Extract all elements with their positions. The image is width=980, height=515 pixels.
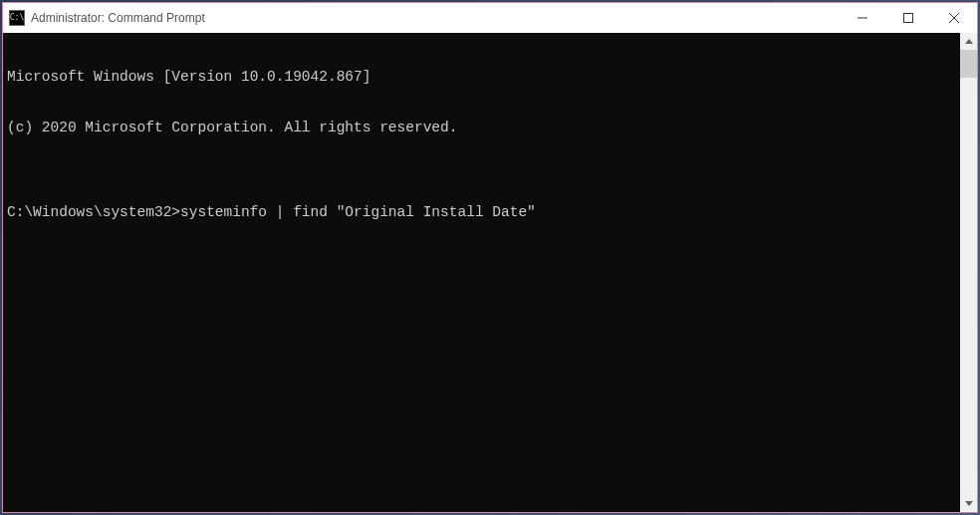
console-line: Microsoft Windows [Version 10.0.19042.86… (7, 69, 960, 86)
close-button[interactable] (931, 3, 977, 33)
console-output[interactable]: Microsoft Windows [Version 10.0.19042.86… (3, 33, 960, 512)
console-line: C:\Windows\system32>systeminfo | find "O… (7, 204, 960, 221)
scroll-up-arrow-icon[interactable] (960, 33, 977, 50)
scroll-down-arrow-icon[interactable] (960, 495, 977, 512)
console-area: Microsoft Windows [Version 10.0.19042.86… (3, 33, 977, 512)
svg-rect-1 (904, 14, 913, 23)
console-line: (c) 2020 Microsoft Corporation. All righ… (7, 120, 960, 136)
window-title: Administrator: Command Prompt (31, 11, 205, 25)
maximize-button[interactable] (885, 3, 931, 33)
command-prompt-window: C:\ Administrator: Command Prompt Micros… (2, 2, 978, 513)
vertical-scrollbar[interactable] (960, 33, 977, 512)
app-icon-glyph: C:\ (10, 14, 24, 22)
app-icon: C:\ (9, 10, 25, 26)
scroll-thumb[interactable] (960, 50, 977, 78)
window-controls (840, 3, 977, 33)
svg-marker-5 (965, 501, 973, 506)
svg-marker-4 (965, 39, 973, 44)
titlebar[interactable]: C:\ Administrator: Command Prompt (3, 3, 977, 33)
minimize-button[interactable] (840, 3, 885, 33)
